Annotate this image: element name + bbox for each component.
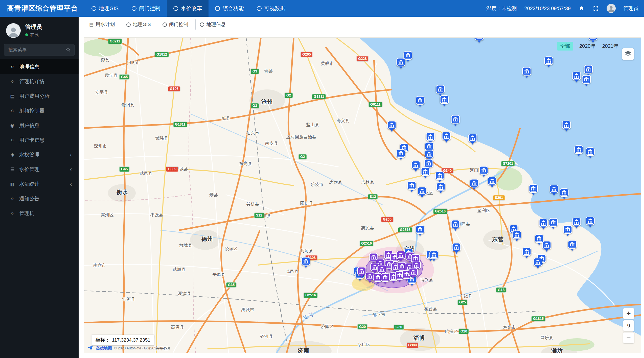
- navbar-item-3[interactable]: 水价改革: [167, 0, 209, 17]
- sidebar-item-7[interactable]: ◈水权管理‹: [0, 147, 79, 162]
- map-marker-pin[interactable]: [440, 95, 449, 107]
- map-marker-pin[interactable]: [512, 230, 521, 242]
- map-marker-pin[interactable]: [429, 250, 439, 262]
- circle-icon: ○: [9, 210, 16, 216]
- sidebar-item-2[interactable]: ○管理机详情: [0, 74, 79, 89]
- map-marker-pin[interactable]: [387, 121, 396, 132]
- map-marker-pin[interactable]: [475, 37, 484, 43]
- map-marker-pin[interactable]: [574, 145, 583, 157]
- map-marker-pin[interactable]: [488, 177, 497, 188]
- navbar-item-label: 水价改革: [181, 5, 202, 12]
- map-marker-pin[interactable]: [436, 182, 445, 194]
- sidebar-menu: ○地理信息○管理机详情▤用户费用分析⌂射频控制器◉用户信息○用户卡信息◈水权管理…: [0, 59, 79, 221]
- online-dot-icon: [25, 33, 28, 36]
- sidebar-item-label: 管理机详情: [19, 78, 44, 85]
- map-marker-pin[interactable]: [452, 243, 461, 254]
- amap-logo-text[interactable]: 高德地图: [96, 346, 112, 351]
- map-filter-1[interactable]: 全部: [557, 42, 573, 51]
- tab-label: 闸门控制: [169, 21, 188, 28]
- sidebar-item-3[interactable]: ▤用户费用分析: [0, 89, 79, 103]
- map-marker-pin[interactable]: [411, 161, 420, 172]
- map-marker-pin[interactable]: [365, 272, 374, 283]
- map-marker-pin[interactable]: [396, 58, 405, 69]
- map-filter-3[interactable]: 2021年: [602, 42, 619, 51]
- map-marker-pin[interactable]: [568, 240, 577, 251]
- diamond-icon: ◈: [9, 152, 16, 158]
- sidebar-item-10[interactable]: ○通知公告: [0, 191, 79, 206]
- sidebar-user-name: 管理员: [25, 23, 42, 31]
- map-marker-pin[interactable]: [435, 171, 444, 183]
- map-marker-pin[interactable]: [436, 85, 445, 96]
- fullscreen-icon[interactable]: [592, 5, 599, 12]
- map-marker-pin[interactable]: [396, 149, 405, 160]
- search-input[interactable]: [4, 44, 75, 56]
- navbar-item-2[interactable]: 闸门控制: [125, 0, 167, 17]
- map-marker-pin[interactable]: [522, 247, 531, 259]
- map-marker-pin[interactable]: [584, 65, 593, 76]
- home-icon[interactable]: [578, 5, 585, 12]
- sidebar-item-1[interactable]: ○地理信息: [0, 59, 79, 74]
- sidebar-item-6[interactable]: ○用户卡信息: [0, 133, 79, 147]
- map-marker-pin[interactable]: [563, 225, 572, 236]
- map-marker-pin[interactable]: [479, 166, 488, 177]
- map-marker-pin[interactable]: [407, 181, 416, 193]
- zoom-out-button[interactable]: −: [623, 332, 634, 343]
- sidebar-item-8[interactable]: ☰水价管理‹: [0, 162, 79, 177]
- map-marker-pin[interactable]: [418, 187, 427, 198]
- map-marker-pin[interactable]: [572, 71, 581, 83]
- map-marker-pin[interactable]: [396, 251, 405, 262]
- nav-ring-icon: [215, 6, 220, 11]
- navbar-item-5[interactable]: 可视数据: [250, 0, 292, 17]
- chart-icon: ▤: [9, 93, 16, 99]
- map-marker-pin[interactable]: [586, 147, 595, 159]
- tab-3[interactable]: 闸门控制: [158, 19, 193, 30]
- map-marker-pin[interactable]: [416, 225, 425, 236]
- map-marker-pin[interactable]: [562, 121, 571, 132]
- sidebar-item-label: 用户信息: [19, 122, 39, 129]
- map-marker-pin[interactable]: [586, 217, 595, 228]
- map-marker-pin[interactable]: [357, 267, 366, 278]
- sidebar-item-label: 用户费用分析: [19, 93, 50, 100]
- map-marker-pin[interactable]: [470, 179, 479, 190]
- map-marker-pin[interactable]: [533, 258, 542, 269]
- map-marker-pin[interactable]: [582, 75, 591, 86]
- map-marker-pin[interactable]: [544, 56, 553, 68]
- zoom-in-button[interactable]: +: [623, 308, 634, 319]
- map-marker-pin[interactable]: [539, 219, 548, 230]
- tab-4[interactable]: 地理信息: [195, 19, 230, 30]
- map-marker-pin[interactable]: [529, 184, 538, 196]
- map-marker-pin[interactable]: [542, 241, 551, 252]
- map-marker-pin[interactable]: [451, 115, 460, 126]
- map-marker-pin[interactable]: [549, 185, 559, 196]
- map-marker-pin[interactable]: [560, 188, 569, 200]
- sidebar-avatar[interactable]: [6, 23, 21, 38]
- sidebar-item-9[interactable]: ▥水量统计‹: [0, 177, 79, 191]
- sidebar-item-4[interactable]: ⌂射频控制器: [0, 103, 79, 118]
- map-marker-pin[interactable]: [522, 67, 531, 78]
- map-marker-pin[interactable]: [572, 218, 581, 229]
- stats-icon: ▥: [9, 181, 16, 187]
- map-marker-pin[interactable]: [301, 257, 310, 268]
- navbar-item-4[interactable]: 综合功能: [209, 0, 250, 17]
- tab-2[interactable]: 地理GIS: [122, 19, 155, 30]
- map-marker-pin[interactable]: [549, 218, 558, 229]
- user-name-label[interactable]: 管理员: [623, 5, 638, 12]
- user-avatar[interactable]: [607, 4, 616, 13]
- tab-label: 用水计划: [96, 21, 115, 28]
- layers-button[interactable]: [622, 48, 634, 60]
- navbar-item-1[interactable]: 地理GIS: [85, 0, 125, 17]
- map-marker-pin[interactable]: [468, 134, 477, 145]
- map-marker-pin[interactable]: [409, 268, 418, 279]
- amap-logo-icon[interactable]: [87, 345, 94, 352]
- map-filter-2[interactable]: 2020年: [579, 42, 596, 51]
- map-marker-pin[interactable]: [381, 273, 390, 284]
- map-canvas[interactable]: 沧州衡水德州滨州东营淄博济南潍坊蠡县肃宁县河间市青县献县泊头市黄骅市海兴县盐山县…: [84, 37, 641, 353]
- sidebar-item-5[interactable]: ◉用户信息: [0, 118, 79, 133]
- map-marker-pin[interactable]: [442, 132, 451, 143]
- map-marker-pin[interactable]: [421, 167, 430, 179]
- map-marker-pin[interactable]: [451, 220, 460, 231]
- search-icon[interactable]: [65, 47, 71, 53]
- map-marker-pin[interactable]: [416, 96, 425, 107]
- tab-1[interactable]: ▤用水计划: [85, 19, 119, 30]
- sidebar-item-11[interactable]: ○管理机: [0, 206, 79, 221]
